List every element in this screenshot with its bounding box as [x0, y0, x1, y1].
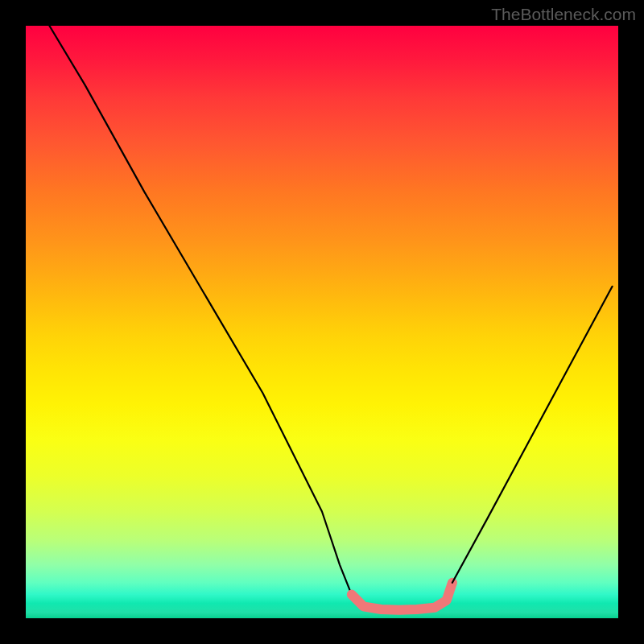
series-group — [49, 26, 612, 610]
chart-frame: TheBottleneck.com — [0, 0, 644, 644]
plot-area — [26, 26, 618, 618]
watermark-text: TheBottleneck.com — [491, 5, 636, 24]
curves-svg — [26, 26, 618, 618]
series-black-curve-right — [452, 287, 613, 583]
series-pink-flat-segment — [352, 583, 452, 610]
series-black-curve-left — [49, 26, 351, 595]
